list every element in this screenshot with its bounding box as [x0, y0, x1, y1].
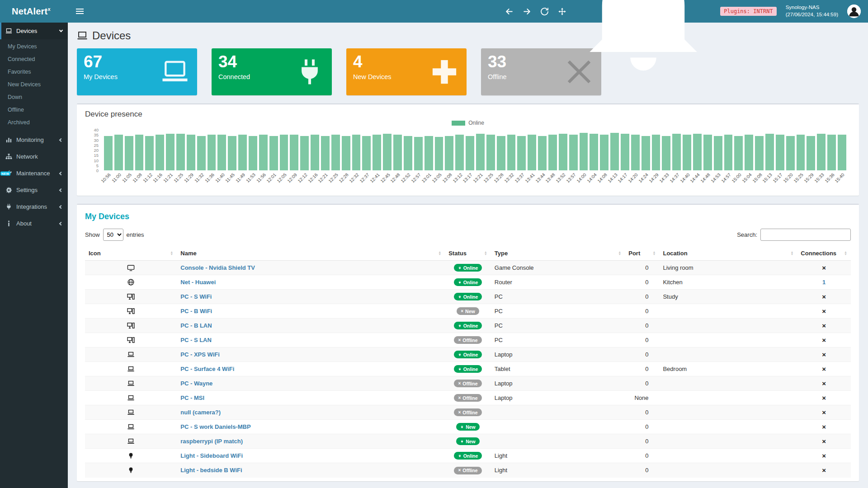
sidebar-item-integrations[interactable]: Integrations	[0, 198, 68, 215]
back-arrow-icon[interactable]	[505, 7, 514, 16]
status-badge: ×Offline	[454, 467, 481, 474]
device-name-link[interactable]: Console - Nvidia Shield TV	[180, 264, 255, 271]
stat-card-connected[interactable]: 34 Connected	[212, 48, 332, 95]
plug-icon	[458, 324, 462, 328]
forward-arrow-icon[interactable]	[523, 7, 531, 16]
brand-text: NetAlert	[12, 6, 47, 16]
column-header-type[interactable]: Type▲▼	[491, 246, 625, 261]
device-location: Kitchen	[659, 275, 797, 290]
column-header-connections[interactable]: Connections▲▼	[797, 246, 851, 261]
plug-icon	[458, 367, 462, 371]
table-row: Console - Nvidia Shield TV Online Game C…	[85, 261, 851, 275]
stat-card-new-devices[interactable]: 4 New Devices	[346, 48, 467, 95]
page-size-select[interactable]: 50	[103, 229, 123, 241]
device-connections: 1	[797, 275, 851, 290]
device-name-link[interactable]: null (camera?)	[180, 409, 221, 416]
sidebar-item-settings[interactable]: Settings	[0, 182, 68, 198]
device-name-link[interactable]: PC - S LAN	[180, 337, 212, 343]
chevron-left-icon	[59, 205, 63, 208]
device-name-link[interactable]: Light - bedside B WiFi	[180, 467, 242, 474]
chart-bar	[249, 136, 257, 171]
laptop-icon	[127, 380, 135, 387]
page-title: Devices	[92, 29, 131, 42]
table-row: raspberrypi (IP match) New 0 ×	[85, 434, 851, 449]
chart-bar	[476, 134, 485, 170]
column-header-status[interactable]: Status▲▼	[445, 246, 491, 261]
device-name-link[interactable]: PC - S WiFi	[180, 293, 212, 300]
sidebar-subitem-archived[interactable]: Archived	[0, 116, 68, 129]
search-input[interactable]	[760, 229, 851, 241]
chart-bar	[538, 136, 547, 171]
device-name-link[interactable]: PC - Wayne	[180, 380, 212, 387]
sidebar-item-about[interactable]: About	[0, 215, 68, 232]
laptop-icon	[127, 423, 135, 431]
chart-bar	[135, 135, 144, 170]
y-tick-label: 10	[94, 159, 99, 163]
chart-bar	[590, 134, 598, 170]
sidebar-subitem-my-devices[interactable]: My Devices	[0, 40, 68, 53]
column-header-icon[interactable]: Icon▲▼	[85, 246, 177, 261]
refresh-icon[interactable]	[540, 7, 549, 16]
plug-icon	[458, 295, 462, 299]
sidebar-item-monitoring[interactable]: Monitoring	[0, 131, 68, 148]
column-header-port[interactable]: Port▲▼	[625, 246, 659, 261]
stat-card-my-devices[interactable]: 67 My Devices	[77, 48, 197, 95]
device-name-link[interactable]: raspberrypi (IP match)	[180, 438, 243, 445]
notifications-button[interactable]: 15	[576, 0, 711, 79]
device-name-link[interactable]: PC - B LAN	[180, 322, 212, 329]
device-type: PC	[491, 290, 625, 304]
chart-bar	[517, 136, 526, 171]
device-name-link[interactable]: PC - XPS WiFi	[180, 351, 220, 358]
chart-bar	[455, 135, 464, 170]
device-name-link[interactable]: Net - Huawei	[180, 279, 216, 286]
plug-icon	[458, 266, 462, 270]
sidebar-item-devices[interactable]: Devices	[0, 23, 68, 39]
x-icon: ×	[458, 410, 461, 415]
move-icon[interactable]	[558, 7, 566, 16]
sidebar-subitem-new-devices[interactable]: New Devices	[0, 78, 68, 91]
device-location	[659, 405, 797, 420]
sidebar-subitem-offline[interactable]: Offline	[0, 103, 68, 116]
app-logo[interactable]: NetAlertx	[0, 6, 68, 17]
sidebar-subitem-down[interactable]: Down	[0, 91, 68, 103]
sidebar-subitem-favorites[interactable]: Favorites	[0, 66, 68, 78]
sort-icon: ▲▼	[618, 251, 621, 255]
bell-icon	[576, 0, 711, 79]
status-badge: ×Offline	[454, 336, 481, 344]
device-location: Bedroom	[659, 362, 797, 376]
device-port: 0	[625, 304, 659, 319]
device-type: Light	[491, 463, 625, 478]
device-connections: ×	[797, 405, 851, 420]
sidebar-item-maintenance[interactable]: NEW Maintenance	[0, 165, 68, 182]
avatar[interactable]	[847, 5, 861, 18]
device-name-link[interactable]: PC - B WiFi	[180, 308, 212, 314]
plugins-status-badge[interactable]: Plugins: INTRNT	[720, 7, 776, 16]
connections-link[interactable]: 1	[822, 279, 826, 286]
device-location	[659, 333, 797, 347]
status-badge: Online	[454, 365, 482, 373]
sidebar-item-label: About	[16, 220, 32, 227]
chart-bar	[373, 135, 381, 170]
device-name-link[interactable]: PC - MSI	[180, 394, 204, 401]
device-type: PC	[491, 333, 625, 347]
column-header-name[interactable]: Name▲▼	[177, 246, 445, 261]
sidebar-subitem-connected[interactable]: Connected	[0, 53, 68, 66]
chart-bar	[352, 135, 361, 170]
x-icon: ×	[461, 309, 463, 314]
sidebar-item-label: Devices	[16, 28, 37, 34]
chart-bar	[125, 136, 133, 171]
plus-icon	[429, 57, 459, 87]
chart-bar	[580, 133, 588, 170]
device-name-link[interactable]: PC - S work Daniels-MBP	[180, 423, 250, 430]
device-connections: ×	[797, 434, 851, 449]
plug-icon	[458, 281, 462, 284]
x-icon: ×	[458, 396, 461, 400]
x-icon: ×	[458, 468, 461, 473]
device-name-link[interactable]: Light - Sideboard WiFi	[180, 452, 243, 459]
device-name-link[interactable]: PC - Surface 4 WiFi	[180, 366, 234, 372]
chart-bar	[497, 136, 505, 171]
sidebar-item-network[interactable]: Network	[0, 148, 68, 165]
desktop-icon	[127, 336, 135, 344]
sidebar-toggle-button[interactable]	[73, 6, 86, 17]
column-header-location[interactable]: Location▲▼	[659, 246, 797, 261]
